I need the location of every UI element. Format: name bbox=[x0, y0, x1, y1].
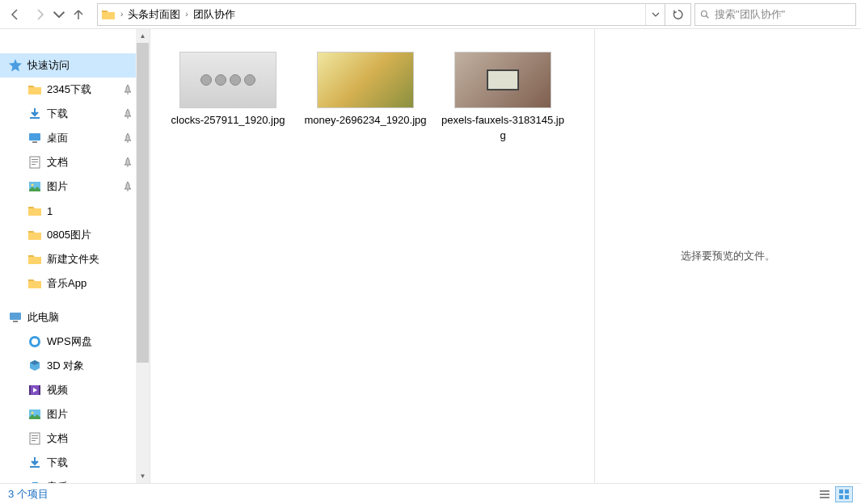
svg-point-9 bbox=[32, 184, 34, 187]
sidebar-item[interactable]: 视频 bbox=[0, 378, 150, 402]
sidebar-item-label: 视频 bbox=[47, 383, 150, 397]
scroll-up-button[interactable]: ▲ bbox=[136, 29, 150, 43]
sidebar-item[interactable]: 1 bbox=[0, 199, 150, 223]
pictures-icon bbox=[27, 179, 42, 194]
svg-rect-19 bbox=[32, 435, 38, 436]
up-button[interactable] bbox=[66, 2, 91, 27]
sidebar-item[interactable]: 图片 bbox=[0, 402, 150, 426]
sidebar-item-label: 0805图片 bbox=[47, 228, 150, 242]
svg-point-0 bbox=[702, 10, 707, 16]
sidebar-item-label: 音乐 bbox=[47, 480, 150, 483]
sidebar-item-label: 新建文件夹 bbox=[47, 252, 150, 267]
breadcrumb-label: 团队协作 bbox=[193, 7, 235, 22]
search-box[interactable] bbox=[694, 3, 856, 26]
sidebar-item[interactable]: 音乐App bbox=[0, 271, 150, 296]
svg-rect-25 bbox=[820, 497, 829, 498]
folder-icon bbox=[27, 204, 42, 218]
file-grid[interactable]: clocks-257911_1920.jpgmoney-2696234_1920… bbox=[150, 29, 594, 483]
breadcrumb[interactable]: 头条封面图 bbox=[128, 7, 180, 22]
details-view-button[interactable] bbox=[816, 486, 834, 502]
sidebar-item[interactable]: 2345下载 bbox=[0, 78, 150, 102]
thumbnail bbox=[454, 52, 551, 108]
sidebar-item[interactable]: 桌面 bbox=[0, 126, 150, 150]
view-switcher bbox=[816, 486, 853, 502]
sidebar-item-label: 桌面 bbox=[47, 131, 117, 145]
thumbnail bbox=[179, 52, 276, 108]
preview-empty-text: 选择要预览的文件。 bbox=[681, 249, 775, 263]
pin-icon bbox=[122, 84, 133, 95]
sidebar-item-label: 文档 bbox=[47, 155, 117, 170]
svg-rect-29 bbox=[845, 495, 849, 499]
sidebar-item[interactable]: 下载 bbox=[0, 102, 150, 126]
sidebar-item[interactable]: 图片 bbox=[0, 174, 150, 199]
sidebar-item[interactable]: 下载 bbox=[0, 451, 150, 475]
sidebar-item-label: 1 bbox=[47, 205, 150, 217]
address-dropdown[interactable] bbox=[645, 4, 665, 25]
svg-rect-2 bbox=[29, 133, 40, 141]
status-count: 3 个项目 bbox=[8, 487, 49, 502]
sidebar: 快速访问 2345下载下载桌面文档图片10805图片新建文件夹音乐App 此电脑… bbox=[0, 29, 150, 483]
folder-icon bbox=[27, 252, 42, 267]
file-item[interactable]: money-2696234_1920.jpg bbox=[301, 45, 430, 150]
pin-icon bbox=[122, 157, 133, 168]
refresh-button[interactable] bbox=[665, 4, 690, 25]
sidebar-item-label: 2345下载 bbox=[47, 82, 117, 97]
document-icon bbox=[27, 431, 42, 446]
nav-buttons bbox=[0, 2, 94, 27]
sidebar-item-this-pc[interactable]: 此电脑 bbox=[0, 305, 150, 330]
sidebar-item-label: WPS网盘 bbox=[47, 334, 150, 349]
sidebar-item[interactable]: 文档 bbox=[0, 426, 150, 451]
preview-pane: 选择要预览的文件。 bbox=[594, 29, 861, 483]
video-icon bbox=[27, 383, 42, 397]
pc-icon bbox=[8, 310, 23, 325]
search-input[interactable] bbox=[715, 8, 850, 20]
scroll-track[interactable] bbox=[136, 43, 150, 469]
file-item[interactable]: clocks-257911_1920.jpg bbox=[163, 45, 293, 150]
sidebar-item[interactable]: 3D 对象 bbox=[0, 354, 150, 378]
breadcrumb-label: 头条封面图 bbox=[128, 7, 180, 22]
search-icon bbox=[700, 9, 710, 20]
history-dropdown[interactable] bbox=[52, 2, 66, 27]
sidebar-item[interactable]: 0805图片 bbox=[0, 223, 150, 247]
svg-rect-15 bbox=[39, 385, 40, 395]
folder-icon bbox=[27, 228, 42, 242]
scroll-thumb[interactable] bbox=[137, 43, 149, 363]
sidebar-item-label: 此电脑 bbox=[27, 310, 150, 325]
sidebar-item-label: 快速访问 bbox=[27, 58, 150, 73]
file-item[interactable]: pexels-fauxels-3183145.jpg bbox=[438, 45, 568, 150]
sidebar-item[interactable]: 新建文件夹 bbox=[0, 247, 150, 271]
sidebar-item[interactable]: 文档 bbox=[0, 150, 150, 174]
sidebar-item[interactable]: 音乐 bbox=[0, 475, 150, 483]
sidebar-item-label: 图片 bbox=[47, 407, 150, 422]
address-bar[interactable]: › 头条封面图 › 团队协作 bbox=[97, 3, 691, 26]
download-icon bbox=[27, 107, 42, 121]
music-icon bbox=[27, 480, 42, 483]
download-icon bbox=[27, 456, 42, 470]
forward-button[interactable] bbox=[27, 2, 52, 27]
svg-rect-28 bbox=[839, 495, 843, 499]
sidebar-item-label: 3D 对象 bbox=[47, 359, 150, 373]
chevron-right-icon: › bbox=[185, 10, 188, 19]
svg-rect-7 bbox=[32, 164, 36, 165]
folder-icon bbox=[27, 82, 42, 97]
desktop-icon bbox=[27, 131, 42, 145]
back-button[interactable] bbox=[3, 2, 27, 27]
breadcrumb[interactable]: 团队协作 bbox=[193, 7, 235, 22]
scrollbar[interactable]: ▲ ▼ bbox=[136, 29, 150, 483]
file-name: money-2696234_1920.jpg bbox=[304, 113, 426, 128]
sidebar-item-quick-access[interactable]: 快速访问 bbox=[0, 53, 150, 78]
sidebar-item-label: 下载 bbox=[47, 456, 150, 470]
svg-rect-23 bbox=[820, 490, 829, 492]
svg-rect-10 bbox=[10, 313, 21, 320]
svg-rect-20 bbox=[32, 438, 38, 439]
scroll-down-button[interactable]: ▼ bbox=[136, 469, 150, 483]
thumbnails-view-button[interactable] bbox=[835, 486, 853, 502]
sidebar-item[interactable]: WPS网盘 bbox=[0, 330, 150, 354]
document-icon bbox=[27, 155, 42, 170]
folder-icon bbox=[101, 7, 116, 22]
svg-rect-11 bbox=[13, 321, 18, 322]
content: clocks-257911_1920.jpgmoney-2696234_1920… bbox=[150, 29, 861, 483]
svg-rect-5 bbox=[32, 159, 38, 160]
wps-icon bbox=[27, 334, 42, 349]
svg-rect-26 bbox=[839, 489, 843, 494]
